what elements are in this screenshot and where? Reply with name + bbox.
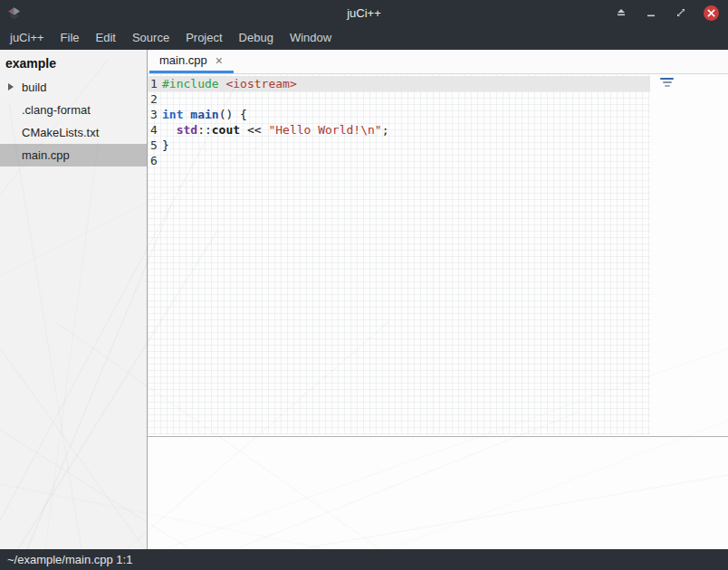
app-window: juCi++ juCi++FileEditSourceProjectDebugW…	[0, 0, 728, 570]
tree-item-clang-format[interactable]: .clang-format	[0, 99, 147, 121]
menu-item-juci[interactable]: juCi++	[2, 26, 53, 49]
code-token: #include	[162, 77, 219, 90]
code-token: <iostream>	[225, 77, 296, 90]
file-tree-items: build.clang-formatCMakeLists.txtmain.cpp	[0, 76, 147, 166]
code-token: () {	[219, 108, 247, 121]
code-token: ;	[382, 123, 389, 137]
code-text: std::cout << "Hello World!\n";	[159, 122, 388, 138]
menu-item-file[interactable]: File	[53, 26, 88, 49]
tab-bar: main.cpp×	[148, 50, 728, 74]
code-text	[159, 153, 162, 168]
code-line-5[interactable]: 5}	[148, 138, 650, 153]
code-line-2[interactable]: 2	[148, 91, 650, 107]
line-number: 4	[148, 122, 159, 138]
editor-column: main.cpp× 1#include <iostream>23int main…	[148, 50, 728, 549]
menu-item-project[interactable]: Project	[177, 26, 230, 49]
expander-icon[interactable]	[8, 83, 14, 90]
code-token: ::	[197, 123, 212, 137]
tree-item-label: build	[22, 81, 46, 94]
menu-item-edit[interactable]: Edit	[88, 26, 124, 49]
tree-item-label: main.cpp	[22, 148, 70, 162]
line-number: 5	[148, 138, 159, 153]
menu-item-debug[interactable]: Debug	[231, 26, 282, 49]
tree-item-label: .clang-format	[22, 103, 91, 117]
code-text: int main() {	[159, 107, 247, 122]
code-token: int	[162, 108, 183, 121]
menu-item-source[interactable]: Source	[124, 26, 177, 49]
content-area: example build.clang-formatCMakeLists.txt…	[0, 50, 728, 549]
minimize-icon[interactable]	[644, 5, 658, 20]
code-token: <<	[240, 123, 268, 137]
code-text	[159, 91, 162, 107]
tab-close-icon[interactable]: ×	[216, 54, 223, 67]
code-token: main	[190, 108, 218, 121]
window-controls	[614, 5, 728, 21]
code-text: }	[159, 138, 169, 153]
code-token: "Hello World!\n"	[268, 123, 381, 137]
line-number: 1	[148, 76, 159, 91]
code-line-4[interactable]: 4 std::cout << "Hello World!\n";	[148, 122, 650, 138]
maximize-icon[interactable]	[674, 5, 688, 20]
tab-main-cpp[interactable]: main.cpp×	[149, 50, 234, 73]
titlebar: juCi++	[0, 0, 728, 25]
tree-item-cmakelists-txt[interactable]: CMakeLists.txt	[0, 121, 147, 144]
code-line-1[interactable]: 1#include <iostream>	[148, 76, 650, 91]
close-icon[interactable]	[704, 5, 719, 21]
editor-lines: 1#include <iostream>23int main() {4 std:…	[148, 76, 728, 168]
line-number: 3	[148, 107, 159, 122]
menu-bar: juCi++FileEditSourceProjectDebugWindow	[0, 25, 728, 50]
tree-item-label: CMakeLists.txt	[22, 126, 99, 139]
tree-item-build[interactable]: build	[0, 76, 147, 99]
code-text: #include <iostream>	[159, 76, 297, 91]
code-token: cout	[212, 123, 240, 137]
tree-item-main-cpp[interactable]: main.cpp	[0, 144, 147, 166]
shade-icon[interactable]	[614, 5, 628, 20]
file-tree: example build.clang-formatCMakeLists.txt…	[0, 50, 148, 549]
app-icon	[6, 5, 22, 21]
overview-mark	[665, 85, 670, 87]
menu-item-window[interactable]: Window	[282, 26, 340, 49]
status-file-position: ~/example/main.cpp 1:1	[7, 553, 132, 566]
scroll-overview	[660, 78, 674, 89]
tree-root-example[interactable]: example	[0, 52, 147, 76]
line-number: 2	[148, 91, 159, 107]
line-number: 6	[148, 153, 159, 168]
overview-mark	[660, 78, 674, 80]
code-token	[162, 123, 177, 137]
terminal-panel[interactable]	[148, 437, 728, 549]
code-token: std	[177, 123, 197, 137]
code-line-6[interactable]: 6	[148, 153, 650, 168]
tab-label: main.cpp	[159, 53, 207, 67]
status-bar: ~/example/main.cpp 1:1	[0, 549, 728, 570]
code-editor[interactable]: 1#include <iostream>23int main() {4 std:…	[148, 74, 728, 437]
code-line-3[interactable]: 3int main() {	[148, 107, 650, 122]
code-token: }	[162, 138, 169, 152]
overview-mark	[663, 81, 672, 83]
